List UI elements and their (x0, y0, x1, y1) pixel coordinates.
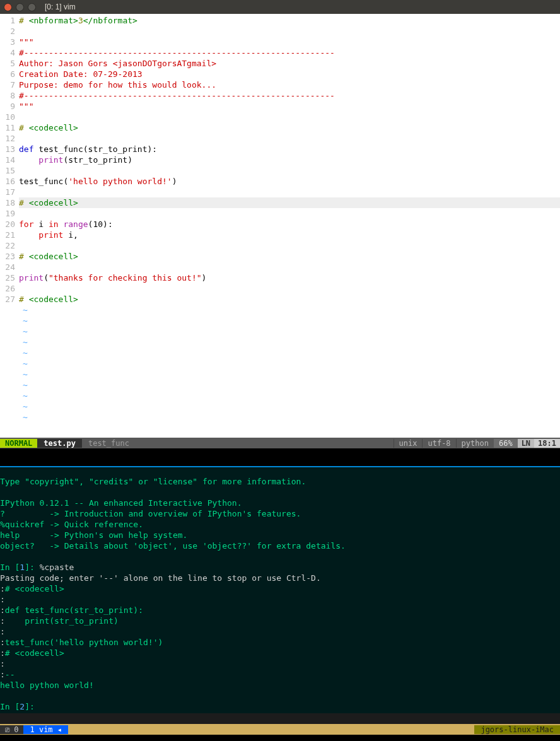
code-line[interactable] (19, 165, 560, 176)
empty-line-tilde: ~ (19, 358, 560, 369)
code-line[interactable] (19, 240, 560, 251)
tmux-hostname: jgors-linux-iMac (474, 725, 560, 734)
line-label: LN (518, 439, 534, 448)
code-line[interactable]: #---------------------------------------… (19, 47, 560, 58)
terminal-line: hello python world! (0, 680, 560, 691)
code-line[interactable]: print("thanks for checking this out!") (19, 272, 560, 283)
line-number: 6 (0, 69, 15, 79)
encoding-indicator: utf-8 (422, 439, 455, 448)
empty-line-tilde: ~ (19, 390, 560, 401)
code-line[interactable] (19, 26, 560, 37)
empty-line-tilde: ~ (19, 315, 560, 326)
empty-line-tilde: ~ (19, 369, 560, 380)
code-line[interactable]: # <codecell> (19, 122, 560, 133)
mode-indicator: NORMAL (0, 439, 37, 448)
code-line[interactable] (19, 187, 560, 197)
tmux-statusbar: ⎚ 0 1 vim ◂ jgors-linux-iMac (0, 724, 560, 735)
empty-line-tilde: ~ (19, 412, 560, 423)
line-number: 4 (0, 47, 15, 58)
code-line[interactable] (19, 208, 560, 219)
line-number: 7 (0, 79, 15, 90)
tmux-window-tab[interactable]: 1 vim ◂ (23, 725, 68, 734)
terminal-line: IPython 0.12.1 -- An enhanced Interactiv… (0, 498, 560, 508)
empty-line-tilde: ~ (19, 337, 560, 347)
line-number: 11 (0, 122, 15, 133)
terminal-line (0, 691, 560, 701)
terminal-statusline (0, 713, 560, 724)
line-number: 2 (0, 26, 15, 37)
code-line[interactable]: print(str_to_print) (19, 155, 560, 165)
code-line[interactable] (19, 133, 560, 144)
line-number: 18 (0, 197, 15, 208)
window-titlebar: [0: 1] vim (0, 0, 560, 14)
terminal-line (0, 487, 560, 498)
percent-indicator: 66% (494, 439, 518, 448)
terminal-line: :test_func('hello python world!') (0, 637, 560, 648)
line-number: 23 (0, 251, 15, 262)
terminal-line: :# <codecell> (0, 648, 560, 658)
line-number: 27 (0, 294, 15, 305)
fileformat-indicator: unix (394, 439, 423, 448)
terminal-line: : print(str_to_print) (0, 616, 560, 626)
terminal-line: ? -> Introduction and overview of IPytho… (0, 508, 560, 519)
code-line[interactable]: # <codecell> (19, 251, 560, 262)
line-number: 8 (0, 90, 15, 101)
terminal-line: Pasting code; enter '--' alone on the li… (0, 573, 560, 583)
terminal-line: help -> Python's own help system. (0, 530, 560, 540)
line-number: 3 (0, 37, 15, 47)
code-line[interactable]: """ (19, 37, 560, 47)
terminal-line: : (0, 626, 560, 637)
code-line[interactable] (19, 283, 560, 294)
line-number: 25 (0, 272, 15, 283)
window-title: [0: 1] vim (45, 3, 76, 11)
minimize-icon[interactable] (16, 3, 24, 11)
empty-line-tilde: ~ (19, 347, 560, 358)
empty-line-tilde: ~ (19, 380, 560, 390)
code-line[interactable] (19, 262, 560, 272)
code-line[interactable]: # <nbformat>3</nbformat> (19, 15, 560, 26)
vim-statusline: NORMAL test.py test_func unix utf-8 pyth… (0, 438, 560, 448)
terminal-line: :def test_func(str_to_print): (0, 605, 560, 616)
line-number: 10 (0, 112, 15, 122)
code-line[interactable]: Author: Jason Gors <jasonDOTgorsATgmail> (19, 58, 560, 69)
code-area[interactable]: # <nbformat>3</nbformat>"""#------------… (19, 14, 560, 438)
filetype-indicator: python (456, 439, 494, 448)
line-number: 9 (0, 101, 15, 112)
vim-editor-pane[interactable]: 1234567891011121314151617181920212223242… (0, 14, 560, 438)
terminal-line: In [2]: (0, 701, 560, 712)
line-number: 20 (0, 219, 15, 230)
code-line[interactable]: print i, (19, 230, 560, 240)
code-line[interactable]: # <codecell> (19, 294, 560, 305)
code-line[interactable]: def test_func(str_to_print): (19, 144, 560, 155)
line-number: 21 (0, 230, 15, 240)
code-line[interactable] (19, 112, 560, 122)
line-number: 19 (0, 208, 15, 219)
terminal-line (0, 551, 560, 562)
terminal-line: : (0, 594, 560, 605)
close-icon[interactable] (4, 3, 12, 11)
tmux-session-indicator: ⎚ 0 (0, 725, 23, 734)
terminal-line: Type "copyright", "credits" or "license"… (0, 476, 560, 487)
filename-indicator: test.py (37, 439, 82, 448)
empty-line-tilde: ~ (19, 305, 560, 315)
cursor-position: 18:1 (534, 439, 560, 448)
line-number: 5 (0, 58, 15, 69)
code-line[interactable]: #---------------------------------------… (19, 90, 560, 101)
empty-line-tilde: ~ (19, 326, 560, 337)
code-line[interactable]: """ (19, 101, 560, 112)
code-line[interactable]: test_func('hello python world!') (19, 176, 560, 187)
line-number: 14 (0, 155, 15, 165)
line-number-gutter: 1234567891011121314151617181920212223242… (0, 14, 19, 438)
code-line[interactable]: for i in range(10): (19, 219, 560, 230)
maximize-icon[interactable] (28, 3, 36, 11)
code-line[interactable]: Purpose: demo for how this would look... (19, 79, 560, 90)
code-line[interactable]: # <codecell> (19, 197, 560, 208)
function-context: test_func (82, 439, 136, 448)
line-number: 13 (0, 144, 15, 155)
line-number: 1 (0, 15, 15, 26)
line-number: 12 (0, 133, 15, 144)
ipython-terminal-pane[interactable]: Type "copyright", "credits" or "license"… (0, 467, 560, 713)
terminal-line: %quickref -> Quick reference. (0, 519, 560, 530)
code-line[interactable]: Creation Date: 07-29-2013 (19, 69, 560, 79)
line-number: 17 (0, 187, 15, 197)
